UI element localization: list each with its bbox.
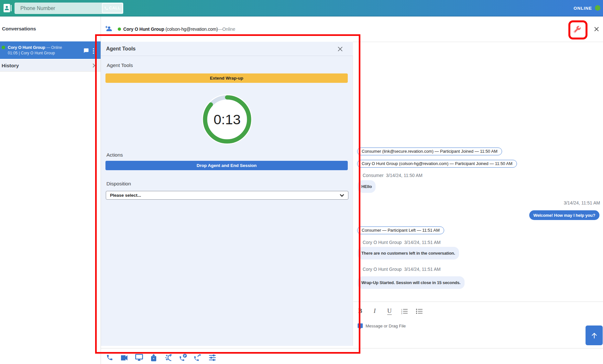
svg-text:P: P [184,354,186,358]
svg-text:3: 3 [401,313,402,314]
